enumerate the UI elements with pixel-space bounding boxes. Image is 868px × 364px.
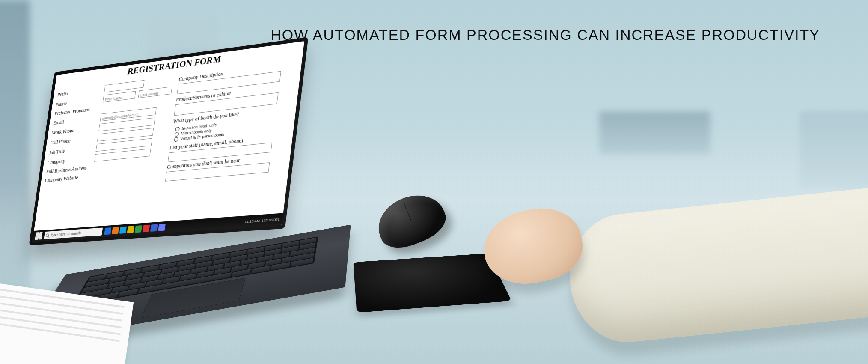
label-cell-phone: Cell Phone — [50, 135, 95, 146]
placeholder-last-name: Last Name — [138, 90, 160, 98]
label-full-business-address: Full Business Address — [46, 165, 87, 175]
label-company-website: Company Website — [45, 174, 79, 184]
input-last-name[interactable]: Last Name — [138, 87, 172, 98]
radio-icon[interactable] — [175, 126, 180, 131]
taskbar-app-icon[interactable] — [150, 224, 158, 232]
placeholder-first-name: First Name — [103, 95, 124, 103]
taskbar-search[interactable]: Type here to search — [44, 227, 103, 239]
hand-arm — [372, 137, 868, 360]
radio-icon[interactable] — [175, 131, 179, 136]
laptop-screen-bezel: REGISTRATION FORM Prefix Name First Name… — [29, 37, 308, 245]
taskbar-app-icon[interactable] — [104, 227, 111, 235]
start-icon[interactable] — [35, 232, 42, 240]
tray-time: 11:15 AM — [244, 218, 260, 224]
form-left-column: Prefix Name First Name Last Name Preferr… — [38, 76, 173, 230]
input-first-name[interactable]: First Name — [103, 91, 136, 102]
label-job-title: Job Title — [48, 145, 93, 156]
taskbar-app-icon[interactable] — [112, 227, 119, 234]
taskbar-search-placeholder: Type here to search — [50, 231, 81, 237]
system-tray[interactable]: 11:15 AM 12/18/2021 — [244, 217, 280, 224]
taskbar-app-icon[interactable] — [135, 225, 142, 233]
taskbar-app-icon[interactable] — [158, 224, 166, 231]
tray-date: 12/18/2021 — [262, 217, 280, 223]
taskbar-app-icon[interactable] — [119, 227, 127, 234]
label-company: Company — [47, 155, 92, 166]
label-work-phone: Work Phone — [51, 125, 96, 136]
taskbar-app-icon[interactable] — [127, 226, 134, 233]
form-right-column: Company Description Product/Services to … — [160, 60, 297, 221]
scene-root: HOW AUTOMATED FORM PROCESSING CAN INCREA… — [0, 0, 868, 364]
taskbar-app-icon[interactable] — [143, 225, 150, 232]
search-icon — [46, 233, 49, 237]
headline-text: HOW AUTOMATED FORM PROCESSING CAN INCREA… — [240, 27, 851, 43]
taskbar-pinned-icons — [104, 224, 166, 235]
radio-icon[interactable] — [174, 137, 178, 142]
forearm-sleeve — [564, 183, 868, 348]
laptop-screen: REGISTRATION FORM Prefix Name First Name… — [33, 41, 305, 242]
